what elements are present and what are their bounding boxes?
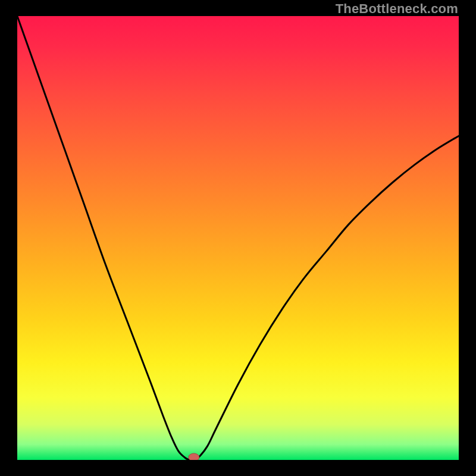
- plot-area: [17, 16, 459, 460]
- optimal-point-marker: [189, 453, 199, 460]
- bottleneck-curve-chart: [17, 16, 459, 460]
- chart-frame: TheBottleneck.com: [0, 0, 476, 476]
- watermark-text: TheBottleneck.com: [336, 1, 458, 17]
- gradient-background: [17, 16, 459, 460]
